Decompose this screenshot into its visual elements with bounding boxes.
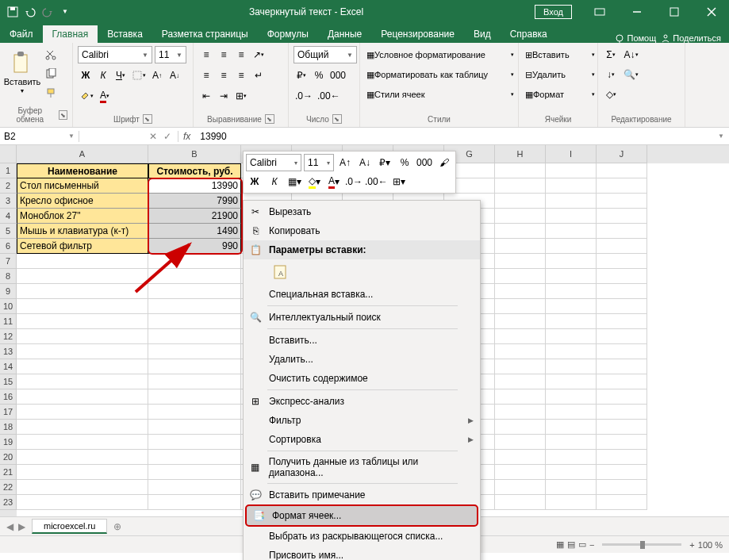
copy-icon[interactable]	[43, 65, 59, 82]
cell[interactable]	[546, 329, 597, 344]
maximize-icon[interactable]	[656, 0, 692, 23]
italic-icon[interactable]: К	[95, 67, 111, 84]
page-break-view-icon[interactable]: ▭	[578, 539, 586, 550]
cell[interactable]	[546, 284, 597, 299]
cell[interactable]	[148, 389, 241, 405]
cell[interactable]	[546, 314, 597, 329]
context-copy[interactable]: ⎘Копировать	[244, 221, 480, 240]
cell[interactable]	[17, 405, 148, 420]
cell[interactable]	[546, 299, 597, 314]
cell[interactable]	[546, 420, 597, 435]
cell[interactable]	[597, 254, 647, 269]
cell[interactable]	[597, 450, 647, 465]
fill-icon[interactable]: ↓▾	[603, 66, 619, 83]
increase-decimal-icon[interactable]: .0→	[294, 87, 314, 105]
cell[interactable]	[148, 329, 241, 344]
cell[interactable]: 1490	[148, 224, 241, 239]
context-clear[interactable]: Очистить содержимое	[244, 369, 480, 388]
cell[interactable]	[17, 465, 148, 480]
cell[interactable]	[17, 495, 148, 510]
cell[interactable]	[495, 209, 546, 224]
context-quick-analysis[interactable]: ⊞Экспресс-анализ	[244, 392, 480, 411]
context-define-name[interactable]: Присвоить имя...	[244, 546, 480, 560]
save-icon[interactable]	[6, 6, 19, 18]
cell[interactable]	[17, 374, 148, 389]
row-header[interactable]: 17	[0, 405, 17, 420]
cancel-formula-icon[interactable]: ✕	[149, 131, 157, 142]
cell[interactable]	[148, 480, 241, 495]
cell[interactable]	[148, 254, 241, 269]
autosum-icon[interactable]: Σ▾	[603, 46, 619, 63]
cell[interactable]	[597, 239, 647, 254]
mini-increase-font-icon[interactable]: A↑	[336, 154, 354, 171]
conditional-format-button[interactable]: ▦ Условное форматирование▾	[365, 46, 516, 63]
cell[interactable]: Мышь и клавиатура (к-т)	[17, 224, 148, 239]
login-button[interactable]: Вход	[535, 5, 572, 19]
cell-styles-button[interactable]: ▦ Стили ячеек▾	[365, 86, 516, 103]
cell[interactable]	[148, 435, 241, 450]
cell[interactable]	[546, 194, 597, 209]
cell[interactable]	[546, 239, 597, 254]
cell[interactable]	[546, 163, 597, 178]
cell[interactable]	[17, 450, 148, 465]
clipboard-launcher-icon[interactable]: ⬊	[59, 110, 67, 120]
cell[interactable]	[148, 344, 241, 359]
alignment-launcher-icon[interactable]: ⬊	[265, 114, 274, 124]
cell[interactable]	[495, 239, 546, 254]
context-insert[interactable]: Вставить...	[244, 331, 480, 350]
sort-filter-icon[interactable]: A↓▾	[622, 46, 640, 63]
col-header[interactable]: B	[148, 145, 241, 163]
cell[interactable]	[546, 450, 597, 465]
col-header[interactable]: I	[546, 145, 597, 163]
minimize-icon[interactable]	[619, 0, 654, 23]
cell[interactable]	[546, 435, 597, 450]
cell[interactable]	[597, 194, 647, 209]
cell[interactable]	[17, 480, 148, 495]
cell[interactable]	[17, 314, 148, 329]
align-center-icon[interactable]: ≡	[216, 67, 232, 84]
context-format-cells[interactable]: 📑Формат ячеек...	[245, 504, 478, 527]
cell[interactable]	[17, 420, 148, 435]
cell[interactable]	[546, 480, 597, 495]
sheet-nav-next-icon[interactable]: ▶	[18, 521, 25, 532]
merge-icon[interactable]: ⊞▾	[233, 87, 249, 105]
mini-size-combo[interactable]: 11▾	[304, 154, 334, 171]
align-right-icon[interactable]: ≡	[233, 67, 249, 84]
mini-border-icon[interactable]: ▦▾	[286, 173, 303, 190]
cell[interactable]	[597, 344, 647, 359]
ribbon-display-icon[interactable]	[581, 0, 617, 23]
fill-color-icon[interactable]: ▾	[78, 87, 95, 105]
expand-formula-icon[interactable]: ▼	[713, 132, 729, 140]
cell[interactable]	[597, 299, 647, 314]
cell[interactable]	[495, 374, 546, 389]
sheet-tab[interactable]: microexcel.ru	[32, 519, 107, 534]
increase-indent-icon[interactable]: ⇥	[216, 87, 232, 105]
context-dropdown-list[interactable]: Выбрать из раскрывающегося списка...	[244, 527, 480, 546]
cell[interactable]	[17, 299, 148, 314]
format-table-button[interactable]: ▦ Форматировать как таблицу▾	[365, 66, 516, 83]
cell[interactable]	[17, 254, 148, 269]
row-header[interactable]: 20	[0, 450, 17, 465]
cell[interactable]	[597, 163, 647, 178]
cell[interactable]	[597, 495, 647, 510]
cell[interactable]	[597, 374, 647, 389]
cell[interactable]: 990	[148, 239, 241, 254]
cell[interactable]: Наименование	[17, 163, 148, 178]
cell[interactable]: Кресло офисное	[17, 194, 148, 209]
enter-formula-icon[interactable]: ✓	[163, 131, 171, 142]
cell[interactable]: Сетевой фильтр	[17, 239, 148, 254]
row-header[interactable]: 3	[0, 194, 17, 209]
cell[interactable]	[495, 314, 546, 329]
cell[interactable]	[495, 163, 546, 178]
paste-button[interactable]: Вставить ▼	[5, 46, 40, 98]
row-header[interactable]: 13	[0, 344, 17, 359]
cell[interactable]	[546, 269, 597, 284]
cell[interactable]	[546, 344, 597, 359]
cell[interactable]	[495, 254, 546, 269]
redo-icon[interactable]	[41, 6, 54, 18]
normal-view-icon[interactable]: ▦	[556, 539, 564, 550]
cell[interactable]: 13990	[148, 178, 241, 194]
cell[interactable]	[597, 405, 647, 420]
cell[interactable]	[495, 344, 546, 359]
cell[interactable]	[495, 269, 546, 284]
